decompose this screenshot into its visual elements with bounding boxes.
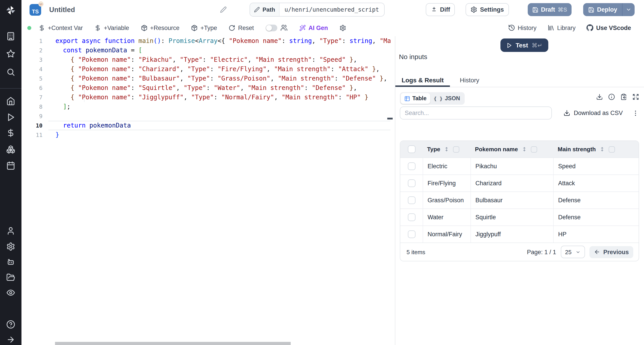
tab-logs-result[interactable]: Logs & Result [395,73,450,87]
row-checkbox[interactable] [408,213,416,221]
code-line-10[interactable]: return pokemonData [48,121,390,130]
diff-button[interactable]: Diff [426,3,455,16]
history-label: History [518,24,536,31]
horizontal-scrollbar[interactable] [55,342,291,345]
table-row: Fire/FlyingCharizardAttack [400,175,639,192]
dollar-icon [94,24,101,31]
code-line-8[interactable]: ]; [48,102,390,111]
column-toggle[interactable] [453,146,460,152]
download-csv-label: Download as CSV [574,110,623,116]
download-icon[interactable] [596,94,603,100]
sort-icon[interactable] [522,146,527,152]
gear-icon [340,24,346,31]
windmill-logo[interactable] [5,5,16,16]
copy-to-clipboard-icon[interactable] [620,94,627,100]
reset-button[interactable]: Reset [229,24,254,31]
table-cell: Attack [553,175,639,192]
add-type-button[interactable]: +Type [191,24,217,31]
editor-settings-button[interactable] [340,24,346,31]
result-tabs: Logs & Result History [395,73,644,87]
sidebar-item-folders[interactable] [6,273,15,282]
result-body: Table { } JSON Download as CSV [395,87,644,345]
download-csv-button[interactable]: Download as CSV [564,110,623,116]
run-panel: Test ⌘↵ No inputs Logs & Result History … [395,36,644,345]
sidebar-item-workspace-settings[interactable] [6,242,15,251]
select-all-checkbox[interactable] [408,145,416,153]
sidebar-item-resources[interactable] [6,145,15,154]
column-header-type: Type [422,141,470,158]
line-number: 8 [22,102,42,111]
more-options-icon[interactable] [632,109,639,117]
row-checkbox[interactable] [408,230,416,238]
library-icon [547,24,554,31]
code-line-2[interactable]: const pokemonData = [ [48,46,390,55]
column-toggle[interactable] [609,146,615,152]
info-icon[interactable] [608,94,615,100]
code-line-3[interactable]: { "Pokemon name": "Pikachu", "Type": "El… [48,55,390,65]
gear-icon [471,6,478,13]
braces-icon: { } [434,96,442,101]
code-line-1[interactable]: export async function main(): Promise<Ar… [48,36,390,46]
use-vscode-button[interactable]: Use VScode [586,24,631,31]
code-line-4[interactable]: { "Pokemon name": "Charizard", "Type": "… [48,65,390,74]
sidebar-item-runs[interactable] [6,113,15,122]
path-value[interactable]: u/henri/unencumbered_script [280,3,384,16]
draft-button[interactable]: Draft ⌘S [528,3,572,16]
history-button[interactable]: History [508,24,536,31]
sidebar-item-users[interactable] [6,226,15,235]
search-input[interactable] [400,107,552,120]
page-size-select[interactable]: 25 [560,246,585,258]
sidebar-item-workers[interactable] [6,257,15,266]
sidebar-item-search[interactable] [6,68,15,77]
deploy-dropdown-button[interactable] [622,3,634,16]
view-table-button[interactable]: Table [401,93,430,104]
save-icon [532,7,538,13]
code-line-5[interactable]: { "Pokemon name": "Bulbasaur", "Type": "… [48,74,390,83]
sort-icon[interactable] [444,146,450,152]
sidebar-item-home[interactable] [6,97,15,106]
code-line-7[interactable]: { "Pokemon name": "Jigglypuff", "Type": … [48,93,390,102]
add-context-var-button[interactable]: +Context Var [38,24,83,31]
code-editor[interactable]: 1234567891011 export async function main… [22,36,395,345]
ai-gen-button[interactable]: AI Gen [299,24,328,31]
column-header-pokemon-name: Pokemon name [470,141,553,158]
status-dot [27,26,31,30]
column-toggle[interactable] [531,146,537,152]
context-var-label: +Context Var [48,24,83,31]
path-widget[interactable]: Path u/henri/unencumbered_script [250,3,384,17]
sidebar-item-expand-sidebar[interactable] [6,335,15,344]
top-header: TS Untitled Path u/henri/unencumbered_sc… [22,0,644,20]
sidebar-item-audit-logs[interactable] [6,288,15,297]
row-checkbox[interactable] [408,196,416,204]
edit-title-icon[interactable] [220,6,227,13]
sidebar-item-variables[interactable] [6,128,15,137]
collab-toggle[interactable] [266,24,277,31]
code-line-11[interactable]: } [48,130,390,140]
sidebar-item-schedules[interactable] [6,161,15,170]
sort-icon[interactable] [599,146,605,152]
sidebar-item-favorites[interactable] [6,49,15,58]
code-lines[interactable]: export async function main(): Promise<Ar… [48,36,390,140]
line-number: 5 [22,74,42,83]
row-checkbox[interactable] [408,179,416,187]
column-label: Main strength [558,146,596,153]
add-variable-button[interactable]: +Variable [94,24,129,31]
collab-toggle-group [266,24,287,31]
library-button[interactable]: Library [547,24,576,31]
sidebar-item-workspace[interactable] [6,32,15,41]
code-line-9[interactable] [48,111,390,121]
view-json-button[interactable]: { } JSON [430,93,464,104]
test-button[interactable]: Test ⌘↵ [500,39,548,52]
row-checkbox[interactable] [408,162,416,170]
add-resource-button[interactable]: +Resource [141,24,179,31]
deploy-button[interactable]: Deploy [583,3,622,16]
previous-page-button[interactable]: Previous [590,246,633,258]
settings-button[interactable]: Settings [466,3,509,16]
tab-history[interactable]: History [454,73,486,87]
sidebar-item-help[interactable] [6,320,15,329]
row-select-cell [400,158,422,175]
table-cell: Bulbasaur [470,192,553,208]
expand-icon[interactable] [632,94,639,100]
code-line-6[interactable]: { "Pokemon name": "Squirtle", "Type": "W… [48,83,390,93]
resource-label: +Resource [150,24,179,31]
